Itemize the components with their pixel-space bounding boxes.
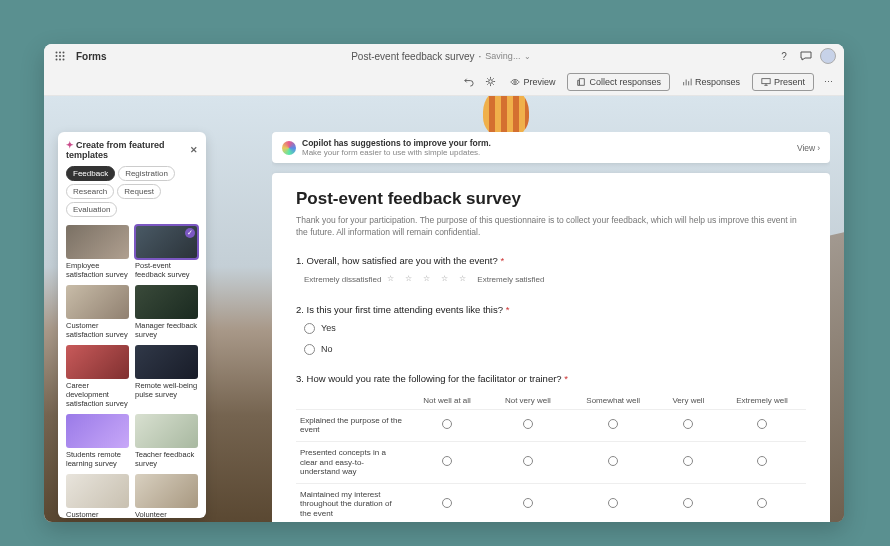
template-thumbnail: [135, 225, 198, 259]
likert-radio[interactable]: [608, 419, 618, 429]
likert-table: Not well at allNot very wellSomewhat wel…: [296, 392, 806, 522]
close-icon[interactable]: ✕: [190, 145, 198, 155]
copilot-subtitle: Make your form easier to use with simple…: [302, 148, 791, 157]
template-label: Teacher feedback survey: [135, 450, 198, 468]
likert-radio[interactable]: [523, 419, 533, 429]
responses-label: Responses: [695, 77, 740, 87]
undo-icon[interactable]: [460, 74, 476, 90]
panel-title: Create from featured templates: [66, 140, 165, 160]
chip-evaluation[interactable]: Evaluation: [66, 202, 117, 217]
likert-column-header: Not very well: [488, 392, 567, 410]
template-item[interactable]: Career development satisfaction survey: [66, 345, 129, 408]
form-area: Copilot has suggestions to improve your …: [272, 132, 830, 522]
canvas-background: ✦Create from featured templates ✕ Feedba…: [44, 96, 844, 522]
more-icon[interactable]: ⋯: [820, 74, 836, 90]
template-label: Customer satisfaction survey: [66, 321, 129, 339]
preview-button[interactable]: Preview: [504, 74, 561, 90]
svg-point-9: [489, 80, 493, 84]
app-launcher-icon[interactable]: [52, 48, 68, 64]
likert-radio[interactable]: [757, 419, 767, 429]
likert-row: Presented concepts in a clear and easy-t…: [296, 441, 806, 483]
chevron-down-icon[interactable]: ⌄: [524, 52, 531, 61]
likert-radio[interactable]: [608, 456, 618, 466]
likert-radio[interactable]: [442, 456, 452, 466]
settings-icon[interactable]: [482, 74, 498, 90]
template-item[interactable]: Teacher feedback survey: [135, 414, 198, 468]
star-3[interactable]: ☆: [423, 274, 435, 286]
preview-label: Preview: [523, 77, 555, 87]
svg-point-4: [59, 55, 61, 57]
template-label: Employee satisfaction survey: [66, 261, 129, 279]
title-bar: Forms Post-event feedback survey · Savin…: [44, 44, 844, 68]
template-thumbnail: [135, 474, 198, 508]
likert-radio[interactable]: [683, 498, 693, 508]
form-description[interactable]: Thank you for your participation. The pu…: [296, 215, 806, 239]
template-thumbnail: [135, 285, 198, 319]
likert-radio[interactable]: [757, 456, 767, 466]
svg-point-3: [56, 55, 58, 57]
collect-label: Collect responses: [589, 77, 661, 87]
chat-icon[interactable]: [798, 48, 814, 64]
likert-radio[interactable]: [442, 498, 452, 508]
responses-button[interactable]: Responses: [676, 74, 746, 90]
templates-panel: ✦Create from featured templates ✕ Feedba…: [58, 132, 206, 518]
copilot-view-button[interactable]: View ›: [797, 143, 820, 153]
template-item[interactable]: Post-event feedback survey: [135, 225, 198, 279]
present-button[interactable]: Present: [752, 73, 814, 91]
form-title[interactable]: Post-event feedback survey: [296, 189, 806, 209]
likert-row-label: Maintained my interest throughout the du…: [296, 483, 406, 522]
star-5[interactable]: ☆: [459, 274, 471, 286]
radio-icon: [304, 323, 315, 334]
chip-request[interactable]: Request: [117, 184, 161, 199]
radio-icon: [304, 344, 315, 355]
template-item[interactable]: Remote well-being pulse survey: [135, 345, 198, 408]
template-thumbnail: [66, 285, 129, 319]
template-item[interactable]: Volunteer satisfaction and feedback surv…: [135, 474, 198, 518]
template-thumbnail: [135, 414, 198, 448]
likert-radio[interactable]: [683, 456, 693, 466]
star-1[interactable]: ☆: [387, 274, 399, 286]
question-1[interactable]: 1. Overall, how satisfied are you with t…: [296, 255, 806, 286]
template-item[interactable]: Customer satisfaction survey: [66, 285, 129, 339]
template-label: Career development satisfaction survey: [66, 381, 129, 408]
template-item[interactable]: Customer feedback survey: [66, 474, 129, 518]
chip-feedback[interactable]: Feedback: [66, 166, 115, 181]
radio-option[interactable]: No: [304, 344, 806, 355]
question-2[interactable]: 2. Is this your first time attending eve…: [296, 304, 806, 355]
template-thumbnail: [66, 225, 129, 259]
app-name: Forms: [76, 51, 107, 62]
svg-point-2: [63, 52, 65, 54]
copilot-bar: Copilot has suggestions to improve your …: [272, 132, 830, 163]
doc-title[interactable]: Post-event feedback survey: [351, 51, 474, 62]
likert-radio[interactable]: [757, 498, 767, 508]
radio-option[interactable]: Yes: [304, 323, 806, 334]
chevron-right-icon: ›: [817, 143, 820, 153]
avatar[interactable]: [820, 48, 836, 64]
chip-registration[interactable]: Registration: [118, 166, 175, 181]
filter-chips: FeedbackRegistrationResearchRequestEvalu…: [66, 166, 198, 217]
likert-radio[interactable]: [608, 498, 618, 508]
likert-radio[interactable]: [523, 456, 533, 466]
question-3[interactable]: 3. How would you rate the following for …: [296, 373, 806, 522]
template-item[interactable]: Employee satisfaction survey: [66, 225, 129, 279]
likert-column-header: Very well: [659, 392, 718, 410]
svg-point-8: [63, 59, 65, 61]
template-thumbnail: [135, 345, 198, 379]
copilot-icon: [282, 141, 296, 155]
likert-row-label: Explained the purpose of the event: [296, 409, 406, 441]
template-item[interactable]: Manager feedback survey: [135, 285, 198, 339]
collect-responses-button[interactable]: Collect responses: [567, 73, 670, 91]
help-icon[interactable]: ?: [776, 48, 792, 64]
likert-radio[interactable]: [523, 498, 533, 508]
star-4[interactable]: ☆: [441, 274, 453, 286]
likert-radio[interactable]: [442, 419, 452, 429]
chip-research[interactable]: Research: [66, 184, 114, 199]
template-thumbnail: [66, 414, 129, 448]
form-card: Post-event feedback survey Thank you for…: [272, 173, 830, 522]
star-2[interactable]: ☆: [405, 274, 417, 286]
toolbar: Preview Collect responses Responses Pres…: [44, 68, 844, 96]
svg-rect-11: [762, 78, 770, 83]
template-item[interactable]: Students remote learning survey: [66, 414, 129, 468]
save-status: Saving...: [485, 51, 520, 61]
likert-radio[interactable]: [683, 419, 693, 429]
